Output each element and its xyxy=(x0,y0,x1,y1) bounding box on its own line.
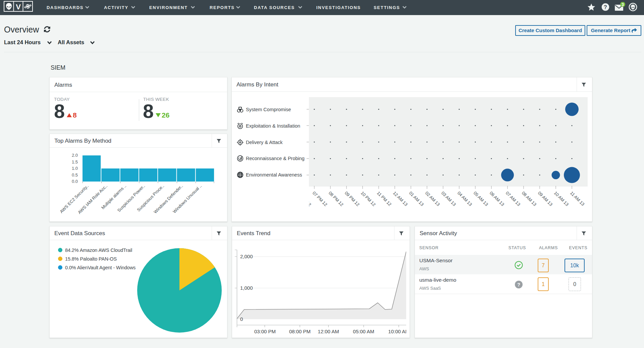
svg-text:10 PM 12: 10 PM 12 xyxy=(360,191,377,207)
svg-text:1.0: 1.0 xyxy=(72,166,78,171)
svg-text:3: 3 xyxy=(622,2,624,7)
svg-text:09 PM 12: 09 PM 12 xyxy=(344,191,361,207)
svg-text:?: ? xyxy=(517,282,520,287)
svg-text:08 PM 12: 08 PM 12 xyxy=(328,191,344,207)
svg-text:02 AM 13: 02 AM 13 xyxy=(424,191,441,207)
svg-text:0.0: 0.0 xyxy=(72,179,78,184)
svg-text:0.5: 0.5 xyxy=(72,172,78,178)
svg-text:07 PM 12: 07 PM 12 xyxy=(312,191,328,207)
svg-text:03:00 PM: 03:00 PM xyxy=(254,329,276,334)
svg-text:08:00 PM: 08:00 PM xyxy=(289,329,311,334)
svg-text:?: ? xyxy=(604,4,607,10)
svg-text:07 AM 13: 07 AM 13 xyxy=(505,191,521,207)
svg-text:1.5: 1.5 xyxy=(72,159,78,164)
svg-text:2,000: 2,000 xyxy=(240,254,253,259)
svg-text:01 AM 13: 01 AM 13 xyxy=(408,191,425,207)
svg-text:06 AM 13: 06 AM 13 xyxy=(489,191,505,207)
svg-text:1,000: 1,000 xyxy=(240,285,253,291)
svg-text:10 AM 13: 10 AM 13 xyxy=(553,191,570,207)
svg-text:09 AM 13: 09 AM 13 xyxy=(537,191,553,207)
svg-text:0: 0 xyxy=(240,316,243,322)
svg-text:11 AM 13: 11 AM 13 xyxy=(569,191,586,207)
svg-text:10:00 AM: 10:00 AM xyxy=(388,329,406,334)
svg-text:05:00 AM: 05:00 AM xyxy=(353,329,374,334)
svg-text:05 AM 13: 05 AM 13 xyxy=(473,191,489,207)
svg-text:12:00 AM: 12:00 AM xyxy=(318,329,339,334)
svg-text:06 PM 12: 06 PM 12 xyxy=(306,191,312,207)
svg-text:08 AM 13: 08 AM 13 xyxy=(521,191,537,207)
svg-text:11 PM 12: 11 PM 12 xyxy=(376,191,392,207)
svg-text:V: V xyxy=(16,3,21,11)
svg-text:04 AM 13: 04 AM 13 xyxy=(457,191,473,207)
svg-text:2.0: 2.0 xyxy=(72,153,78,158)
svg-text:03 AM 13: 03 AM 13 xyxy=(440,191,457,207)
svg-text:12 AM 13: 12 AM 13 xyxy=(392,191,409,207)
